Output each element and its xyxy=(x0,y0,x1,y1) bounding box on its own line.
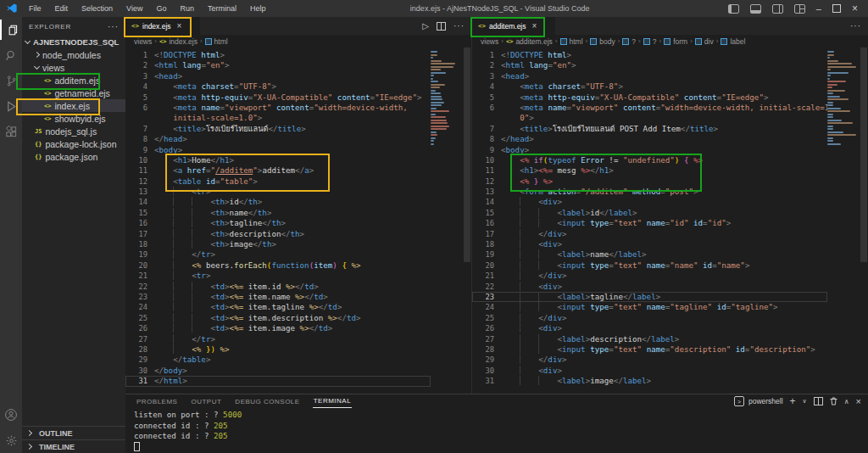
minimap[interactable] xyxy=(431,48,463,394)
breadcrumb-item-additem.ejs[interactable]: <>additem.ejs xyxy=(506,37,553,46)
tab-index.ejs[interactable]: <>index.ejs× xyxy=(125,17,201,35)
line-number: 19 xyxy=(472,249,494,260)
maximize-panel-icon[interactable]: ∧ xyxy=(844,398,849,405)
code-lines[interactable]: 1<!DOCTYPE html>2<html lang="en">3<head>… xyxy=(125,48,431,394)
line-number: 22 xyxy=(125,282,147,292)
line-number: 11 xyxy=(472,165,494,176)
run-button[interactable]: ▷ xyxy=(422,21,429,31)
breadcrumb-label: ? xyxy=(632,37,636,46)
scrollbar-thumb[interactable] xyxy=(464,48,470,262)
toggle-panel-icon[interactable] xyxy=(750,4,761,14)
explorer-item-package-lock.json[interactable]: {}package-lock.json xyxy=(22,137,125,150)
kill-terminal-icon[interactable] xyxy=(830,397,837,405)
breadcrumb-item-views[interactable]: views xyxy=(134,37,152,46)
more-actions-icon[interactable]: ··· xyxy=(453,21,465,31)
breadcrumb-item-?[interactable]: ? xyxy=(643,37,657,46)
code-line: 14 <div> xyxy=(472,197,827,207)
explorer-item-AJNESTNODEJS_SQL[interactable]: AJNESTNODEJS_SQL xyxy=(22,36,125,48)
editor-scrollbar[interactable] xyxy=(463,48,471,394)
explorer-item-index.ejs[interactable]: <>index.ejs xyxy=(22,99,125,112)
menu-selection[interactable]: Selection xyxy=(75,3,119,14)
breadcrumb-item-html[interactable]: html xyxy=(560,37,583,46)
symbol-icon xyxy=(205,38,212,45)
code-lines[interactable]: 1<!DOCTYPE html>2<html lang="en">3<head>… xyxy=(472,48,827,394)
run-and-debug-icon[interactable] xyxy=(0,93,22,119)
close-panel-icon[interactable]: × xyxy=(856,396,861,406)
breadcrumb-item-html[interactable]: html xyxy=(205,37,228,46)
explorer-item-additem.ejs[interactable]: <>additem.ejs xyxy=(22,74,125,87)
line-number: 12 xyxy=(125,176,147,187)
toggle-sidebar-icon[interactable] xyxy=(728,4,739,14)
terminal-dropdown-icon[interactable]: ∨ xyxy=(803,398,807,405)
menu-terminal[interactable]: Terminal xyxy=(202,3,242,14)
explorer-icon[interactable] xyxy=(0,17,22,42)
explorer-item-node_modules[interactable]: node_modules xyxy=(22,48,125,61)
breadcrumb-item-views[interactable]: views xyxy=(481,37,498,46)
ejs-file-icon: <> xyxy=(478,22,486,30)
terminal-shell-label[interactable]: powershell xyxy=(748,397,783,405)
explorer-item-showbyid.ejs[interactable]: <>showbyid.ejs xyxy=(22,112,125,125)
explorer-item-getnameid.ejs[interactable]: <>getnameid.ejs xyxy=(22,87,125,99)
line-number: 21 xyxy=(472,271,494,281)
scrollbar-thumb[interactable] xyxy=(860,48,867,262)
code-text: </html> xyxy=(147,376,187,386)
editor-scrollbar[interactable] xyxy=(860,48,868,394)
panel-tab-output[interactable]: OUTPUT xyxy=(190,395,222,408)
toggle-secondary-sidebar-icon[interactable] xyxy=(772,4,783,14)
new-terminal-icon[interactable]: + xyxy=(790,395,796,407)
js-file-icon: JS xyxy=(35,128,42,135)
sidebar-section-timeline[interactable]: TIMELINE xyxy=(22,439,125,453)
menu-run[interactable]: Run xyxy=(174,3,200,14)
line-number: 27 xyxy=(472,334,494,344)
breadcrumb-separator: › xyxy=(618,37,620,45)
menu-help[interactable]: Help xyxy=(244,3,272,14)
breadcrumb-item-div[interactable]: div xyxy=(695,37,714,46)
breadcrumb-item-body[interactable]: body xyxy=(590,37,615,46)
sidebar-section-outline[interactable]: OUTLINE xyxy=(22,426,125,439)
breadcrumb-separator: › xyxy=(690,37,693,45)
menu-edit[interactable]: Edit xyxy=(49,3,75,14)
minimize-button[interactable]: – xyxy=(816,5,821,13)
search-icon[interactable] xyxy=(0,42,22,68)
menu-go[interactable]: Go xyxy=(150,3,172,14)
json-file-icon: {} xyxy=(35,141,42,148)
line-number: 9 xyxy=(125,145,147,155)
customize-layout-icon[interactable] xyxy=(794,4,805,14)
breadcrumb-item-form[interactable]: form xyxy=(664,37,687,46)
explorer-item-views[interactable]: views xyxy=(22,61,125,74)
explorer-item-nodejs_sql.js[interactable]: JSnodejs_sql.js xyxy=(22,125,125,137)
symbol-icon xyxy=(590,38,597,45)
source-control-icon[interactable] xyxy=(0,68,22,93)
breadcrumb-item-?[interactable]: ? xyxy=(622,37,636,46)
panel-tab-problems[interactable]: PROBLEMS xyxy=(136,395,178,408)
line-number: 13 xyxy=(472,187,494,197)
minimap[interactable] xyxy=(827,48,860,394)
split-terminal-icon[interactable] xyxy=(814,397,823,405)
line-number: 23 xyxy=(472,292,494,302)
code-line: 28 <% }) %> xyxy=(125,344,431,355)
close-tab-icon[interactable]: × xyxy=(177,21,182,31)
breadcrumb-item-index.ejs[interactable]: <>index.ejs xyxy=(159,37,198,46)
menu-view[interactable]: View xyxy=(120,3,148,14)
breadcrumb-item-label[interactable]: label xyxy=(721,37,745,46)
settings-gear-icon[interactable] xyxy=(0,428,22,453)
account-icon[interactable] xyxy=(0,402,22,428)
split-editor-icon[interactable] xyxy=(437,22,446,31)
more-actions-icon[interactable]: ··· xyxy=(850,21,861,31)
symbol-icon xyxy=(721,38,727,45)
restore-button[interactable] xyxy=(832,4,841,13)
panel-tab-terminal[interactable]: TERMINAL xyxy=(313,394,352,408)
close-button[interactable]: × xyxy=(852,4,858,13)
tab-additem.ejs[interactable]: <>additem.ejs× xyxy=(472,17,556,35)
close-tab-icon[interactable]: × xyxy=(532,21,537,31)
code-line: 13 <form action="/additem" method="post"… xyxy=(472,187,827,197)
explorer-item-package.json[interactable]: {}package.json xyxy=(22,150,125,163)
code-line: 10 <h1>Home</h1> xyxy=(125,155,431,165)
panel-tab-debug-console[interactable]: DEBUG CONSOLE xyxy=(234,395,300,408)
terminal-output[interactable]: listen on port : ? 5000connected id : ? … xyxy=(125,408,868,453)
menu-file[interactable]: File xyxy=(23,3,47,14)
symbol-icon xyxy=(664,38,670,45)
explorer-more-actions-icon[interactable]: ··· xyxy=(108,22,119,31)
code-line: 19 </tr> xyxy=(125,249,431,260)
extensions-icon[interactable] xyxy=(0,119,22,144)
